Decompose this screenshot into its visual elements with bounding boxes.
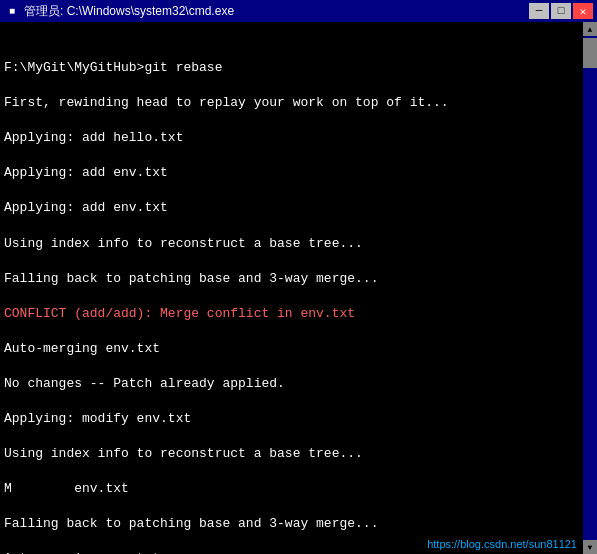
line-9: Auto-merging env.txt xyxy=(4,340,593,358)
close-button[interactable]: ✕ xyxy=(573,3,593,19)
scrollbar[interactable]: ▲ ▼ xyxy=(583,22,597,554)
window-title: 管理员: C:\Windows\system32\cmd.exe xyxy=(24,3,234,20)
scroll-down-button[interactable]: ▼ xyxy=(583,540,597,554)
line-6: Using index info to reconstruct a base t… xyxy=(4,235,593,253)
window-controls: ─ □ ✕ xyxy=(529,3,593,19)
terminal-content: F:\MyGit\MyGitHub>git rebase First, rewi… xyxy=(4,24,593,554)
line-5: Applying: add env.txt xyxy=(4,199,593,217)
line-8: CONFLICT (add/add): Merge conflict in en… xyxy=(4,305,593,323)
line-13: M env.txt xyxy=(4,480,593,498)
line-15: Auto-merging env.txt xyxy=(4,550,593,554)
line-1: F:\MyGit\MyGitHub>git rebase xyxy=(4,59,593,77)
line-12: Using index info to reconstruct a base t… xyxy=(4,445,593,463)
scroll-up-button[interactable]: ▲ xyxy=(583,22,597,36)
line-11: Applying: modify env.txt xyxy=(4,410,593,428)
maximize-button[interactable]: □ xyxy=(551,3,571,19)
line-7: Falling back to patching base and 3-way … xyxy=(4,270,593,288)
line-2: First, rewinding head to replay your wor… xyxy=(4,94,593,112)
scroll-thumb[interactable] xyxy=(583,38,597,68)
title-bar-left: ■ 管理员: C:\Windows\system32\cmd.exe xyxy=(4,3,234,20)
line-14: Falling back to patching base and 3-way … xyxy=(4,515,593,533)
terminal-body: F:\MyGit\MyGitHub>git rebase First, rewi… xyxy=(0,22,597,554)
line-3: Applying: add hello.txt xyxy=(4,129,593,147)
watermark: https://blog.csdn.net/sun81121 xyxy=(427,538,577,550)
cmd-icon: ■ xyxy=(4,3,20,19)
line-10: No changes -- Patch already applied. xyxy=(4,375,593,393)
line-4: Applying: add env.txt xyxy=(4,164,593,182)
cmd-window: ■ 管理员: C:\Windows\system32\cmd.exe ─ □ ✕… xyxy=(0,0,597,554)
title-bar: ■ 管理员: C:\Windows\system32\cmd.exe ─ □ ✕ xyxy=(0,0,597,22)
minimize-button[interactable]: ─ xyxy=(529,3,549,19)
